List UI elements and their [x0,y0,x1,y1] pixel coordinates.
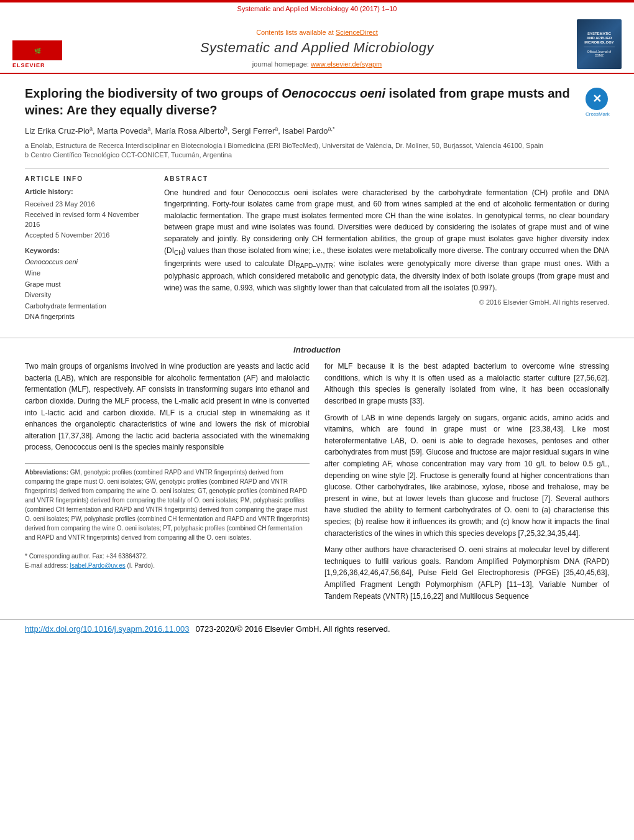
keyword-2: Wine [25,268,149,279]
body-right-p1: for MLF because it is the best adapted b… [324,361,609,407]
abstract-text: One hundred and four Oenococcus oeni iso… [164,187,609,294]
sciencedirect-line: Contents lists available at ScienceDirec… [68,28,566,37]
citation-text: Systematic and Applied Microbiology 40 (… [237,5,397,12]
body-section: Introduction Two main groups of organism… [0,338,634,613]
page-wrapper: Systematic and Applied Microbiology 40 (… [0,0,634,639]
elsevier-logo-graphic: 🌿 [12,40,62,60]
copyright-line: © 2016 Elsevier GmbH. All rights reserve… [164,298,609,307]
body-right-p3: Many other authors have characterised O.… [324,544,609,602]
keyword-4: Diversity [25,290,149,301]
revised-date: Received in revised form 4 November 2016 [25,210,149,230]
body-two-col: Two main groups of organisms involved in… [25,361,609,607]
journal-title: Systematic and Applied Microbiology [68,39,566,58]
article-history-label: Article history: [25,187,149,196]
issn-text: 0723-2020/© 2016 Elsevier GmbH. All righ… [196,624,390,635]
sciencedirect-link[interactable]: ScienceDirect [336,29,378,36]
affiliations: a Enolab, Estructura de Recerca Interdis… [25,141,609,160]
journal-header: 🌿 ELSEVIER Contents lists available at S… [0,16,634,74]
footer-bar: http://dx.doi.org/10.1016/j.syapm.2016.1… [0,619,634,639]
crossmark-label: CrossMark [586,111,609,118]
doi-link[interactable]: http://dx.doi.org/10.1016/j.syapm.2016.1… [25,624,190,635]
accepted-date: Accepted 5 November 2016 [25,230,149,241]
elsevier-text: ELSEVIER [12,62,45,70]
abstract-col: ABSTRACT One hundred and four Oenococcus… [164,175,609,323]
article-two-column: ARTICLE INFO Article history: Received 2… [25,168,609,323]
footnote-area: Abbreviations: GM, genotypic profiles (c… [25,463,310,570]
body-right-col: for MLF because it is the best adapted b… [324,361,609,607]
keywords-label: Keywords: [25,246,149,256]
introduction-heading: Introduction [25,344,609,356]
abstract-label: ABSTRACT [164,175,609,183]
journal-logo-box: SYSTEMATICAND APPLIEDMICROBIOLOGY Offici… [577,19,622,69]
journal-center: Contents lists available at ScienceDirec… [68,28,566,73]
crossmark-badge[interactable]: ✕ CrossMark [586,88,609,111]
affil-b: b Centro Científico Tecnológico CCT-CONI… [25,150,609,160]
keyword-6: DNA fingerprints [25,312,149,323]
affil-a: a Enolab, Estructura de Recerca Interdis… [25,141,609,150]
article-info-col: ARTICLE INFO Article history: Received 2… [25,175,149,323]
homepage-url[interactable]: www.elsevier.de/syapm [311,60,382,68]
email-label: E-mail address: [25,562,68,569]
corresponding-label: * Corresponding author. Fax: +34 6386437… [25,553,148,560]
crossmark-icon: ✕ [586,88,608,110]
logo-box-subtitle: Official Journal ofDSMZ [587,50,612,57]
journal-logo-right: SYSTEMATICAND APPLIEDMICROBIOLOGY Offici… [566,19,622,73]
keyword-1: Oenococcus oeni [25,257,149,268]
journal-citation: Systematic and Applied Microbiology 40 (… [0,2,634,16]
article-info-label: ARTICLE INFO [25,175,149,183]
received-date: Received 23 May 2016 [25,199,149,210]
article-title-area: Exploring the biodiversity of two groups… [25,85,609,119]
keyword-5: Carbohydrate fermentation [25,301,149,312]
elsevier-logo: 🌿 ELSEVIER [12,40,68,73]
journal-homepage: journal homepage: www.elsevier.de/syapm [68,60,566,69]
article-section: Exploring the biodiversity of two groups… [0,74,634,329]
authors-line: Liz Erika Cruz-Pioa, Marta Povedaa, Marí… [25,125,609,137]
keyword-3: Grape must [25,279,149,290]
email-link[interactable]: Isabel.Pardo@uv.es [70,562,125,569]
logo-box-title: SYSTEMATICAND APPLIEDMICROBIOLOGY [584,32,614,45]
body-left-p1: Two main groups of organisms involved in… [25,361,310,453]
body-left-col: Two main groups of organisms involved in… [25,361,310,607]
svg-text:🌿: 🌿 [34,47,42,55]
article-title: Exploring the biodiversity of two groups… [25,85,586,119]
body-right-p2: Growth of LAB in wine depends largely on… [324,412,609,540]
